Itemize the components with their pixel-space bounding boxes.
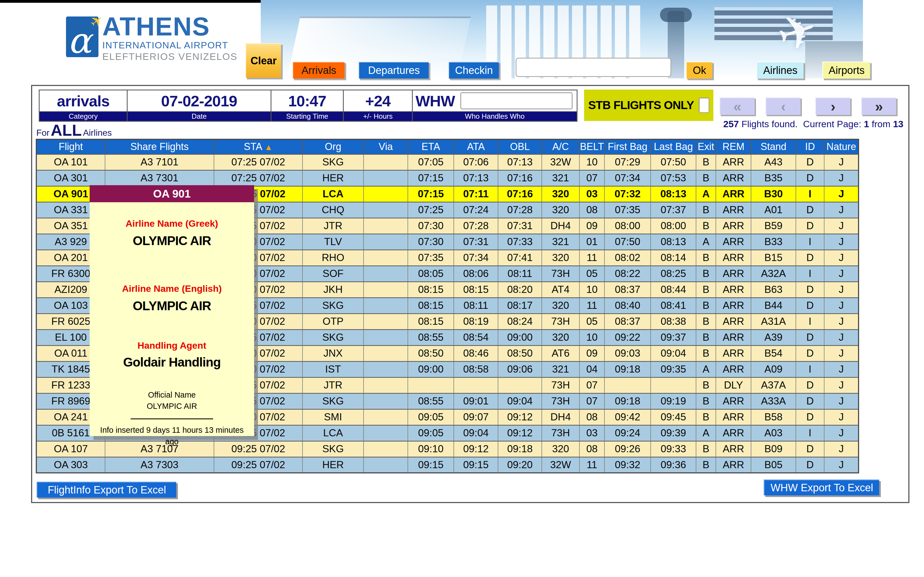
cell-aircraft: 320 [542, 329, 580, 345]
cell-rem: ARR [716, 282, 751, 298]
cell-aircraft: 320 [542, 202, 580, 218]
column-header-id[interactable]: ID [796, 139, 824, 154]
departures-tab[interactable]: Departures [358, 61, 429, 79]
cell-aircraft: 320 [542, 186, 580, 202]
cell-stand: A03 [751, 425, 796, 441]
total-pages: 13 [893, 119, 903, 129]
cell-last-bag: 08:44 [651, 282, 696, 298]
column-header-via[interactable]: Via [363, 139, 408, 154]
cell-id: D [796, 154, 824, 170]
cell-org: SMI [302, 409, 363, 425]
table-row[interactable]: OA 303 A3 7303 09:25 07/02 HER 09:15 09:… [36, 457, 859, 473]
airport-logo: α ✈ [66, 16, 99, 57]
cell-obl: 09:06 [498, 361, 542, 377]
cell-last-bag: 08:13 [651, 234, 696, 250]
cell-org: SKG [302, 298, 363, 314]
cell-nature: J [824, 393, 859, 409]
previous-page-button[interactable]: ‹ [765, 97, 801, 115]
column-header-exit[interactable]: Exit [696, 139, 716, 154]
filter-hours[interactable]: +24 +/- Hours [344, 90, 413, 121]
cell-ata: 09:07 [454, 409, 498, 425]
cell-last-bag: 08:38 [651, 314, 696, 329]
cell-exit: B [696, 266, 716, 282]
cell-via [363, 314, 408, 329]
starting-time-value[interactable]: 10:47 [271, 90, 343, 111]
stb-checkbox[interactable] [699, 98, 709, 113]
filter-category[interactable]: arrivals Category [40, 90, 128, 121]
cell-rem: ARR [716, 314, 751, 329]
cell-first-bag: 09:32 [604, 457, 651, 473]
whw-export-button[interactable]: WHW Export To Excel [764, 479, 879, 495]
cell-obl: 07:16 [498, 170, 542, 186]
cell-obl: 09:12 [498, 425, 542, 441]
cell-id: D [796, 441, 824, 457]
cell-rem: ARR [716, 425, 751, 441]
tooltip-greek-value: OLYMPIC AIR [90, 233, 254, 248]
cell-last-bag: 09:35 [651, 361, 696, 377]
column-header-ac[interactable]: A/C [542, 139, 580, 154]
column-header-ata[interactable]: ATA [454, 139, 498, 154]
column-header-last-bag[interactable]: Last Bag [651, 139, 696, 154]
logo-subtitle2: ELEFTHERIOS VENIZELOS [102, 51, 256, 62]
current-page: Current Page: 1 from 13 [801, 119, 903, 129]
filter-starting-time[interactable]: 10:47 Starting Time [271, 90, 344, 121]
cell-stand: B44 [751, 298, 796, 314]
cell-obl: 07:13 [498, 154, 542, 170]
cell-aircraft: 320 [542, 441, 580, 457]
airports-button[interactable]: Airports [822, 61, 870, 79]
category-value[interactable]: arrivals [40, 90, 127, 111]
column-header-share-flights[interactable]: Share Flights [105, 139, 214, 154]
cell-via [363, 441, 408, 457]
cell-id: D [796, 250, 824, 266]
clear-button[interactable]: Clear [245, 43, 281, 78]
whw-value: WHW [415, 92, 455, 110]
cell-stand: B54 [751, 345, 796, 361]
logo-subtitle: INTERNATIONAL AIRPORT [102, 40, 256, 50]
first-page-button[interactable]: « [719, 97, 754, 115]
cell-exit: B [696, 170, 716, 186]
cell-obl: 09:20 [498, 457, 542, 473]
column-header-org[interactable]: Org [302, 139, 363, 154]
whw-input[interactable] [460, 92, 573, 110]
filter-whw: WHW Who Handles Who [413, 90, 577, 121]
cell-eta: 07:25 [408, 202, 454, 218]
hours-value[interactable]: +24 [344, 90, 412, 111]
cell-stand: B05 [751, 457, 796, 473]
ok-button[interactable]: Ok [686, 61, 712, 79]
filter-strip: arrivals Category 07-02-2019 Date 10:47 … [39, 90, 577, 122]
cell-id: D [796, 170, 824, 186]
cell-first-bag: 08:02 [604, 250, 651, 266]
column-header-rem[interactable]: REM [716, 139, 751, 154]
cell-flight: OA 303 [36, 457, 105, 473]
cell-exit: B [696, 409, 716, 425]
flight-search-input[interactable] [515, 58, 671, 77]
airlines-button[interactable]: Airlines [756, 61, 804, 79]
cell-exit: B [696, 154, 716, 170]
flightinfo-export-button[interactable]: FlightInfo Export To Excel [37, 482, 176, 498]
arrivals-tab[interactable]: Arrivals [292, 61, 344, 79]
cell-id: D [796, 298, 824, 314]
cell-last-bag: 08:13 [651, 186, 696, 202]
cell-org: SKG [302, 441, 363, 457]
column-header-obl[interactable]: OBL [498, 139, 542, 154]
column-header-nature[interactable]: Nature [824, 139, 859, 154]
cell-belt: 03 [580, 186, 604, 202]
table-row[interactable]: OA 301 A3 7301 07:25 07/02 HER 07:15 07:… [36, 170, 859, 186]
cell-last-bag [651, 377, 696, 393]
filter-date[interactable]: 07-02-2019 Date [128, 90, 271, 121]
date-value[interactable]: 07-02-2019 [128, 90, 271, 111]
cell-belt: 01 [580, 234, 604, 250]
table-row[interactable]: OA 101 A3 7101 07:25 07/02 SKG 07:05 07:… [36, 154, 859, 170]
column-header-flight[interactable]: Flight [36, 139, 105, 154]
column-header-first-bag[interactable]: First Bag [604, 139, 651, 154]
cell-last-bag: 08:25 [651, 266, 696, 282]
column-header-belt[interactable]: BELT [580, 139, 604, 154]
next-page-button[interactable]: › [815, 97, 850, 115]
column-header-stand[interactable]: Stand [751, 139, 796, 154]
column-header-sta[interactable]: STA▲ [214, 139, 302, 154]
checkin-tab[interactable]: Checkin [448, 61, 499, 79]
cell-last-bag: 09:37 [651, 329, 696, 345]
cell-ata: 09:04 [454, 425, 498, 441]
column-header-eta[interactable]: ETA [408, 139, 454, 154]
last-page-button[interactable]: » [861, 97, 896, 115]
